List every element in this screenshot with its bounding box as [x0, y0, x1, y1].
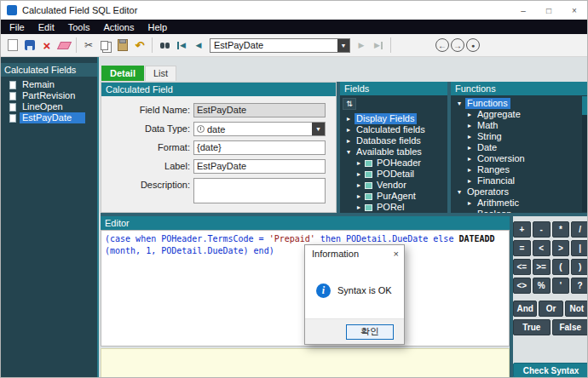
functions-item-financial[interactable]: ▸Financial — [451, 175, 588, 186]
functions-item-arithmetic[interactable]: ▸Arithmetic — [451, 198, 588, 209]
chevron-collapsed-icon[interactable]: ▸ — [345, 137, 352, 145]
dialog-ok-button[interactable]: 확인 — [346, 324, 394, 340]
op-plus-button[interactable]: + — [513, 221, 531, 238]
chevron-expanded-icon[interactable]: ▾ — [456, 100, 463, 107]
label-input[interactable]: EstPayDate — [193, 159, 326, 174]
fields-item-puragent[interactable]: ▸PurAgent — [340, 191, 447, 202]
fields-item-display-fields[interactable]: ▸Display Fields — [340, 113, 447, 124]
format-input[interactable]: {date} — [193, 140, 326, 155]
tab-detail[interactable]: Detail — [101, 66, 144, 81]
minimize-button[interactable]: – — [510, 1, 536, 20]
fields-item-podetail[interactable]: ▸PODetail — [340, 169, 447, 180]
sidebar-item-remain[interactable]: Remain — [1, 79, 97, 90]
op-less-than-button[interactable]: < — [533, 240, 551, 256]
sidebar-item-lineopen[interactable]: LineOpen — [1, 101, 97, 112]
chevron-collapsed-icon[interactable]: ▸ — [345, 115, 352, 123]
chevron-collapsed-icon[interactable]: ▸ — [466, 122, 473, 129]
functions-item-ranges[interactable]: ▸Ranges — [451, 164, 588, 175]
back-icon[interactable] — [435, 38, 449, 52]
find-icon[interactable] — [157, 37, 172, 53]
fields-item-available-tables[interactable]: ▾Available tables — [340, 146, 447, 158]
op-greater-than-button[interactable]: > — [552, 240, 570, 256]
op-or-button[interactable]: Or — [539, 301, 562, 317]
nav-next-icon[interactable] — [354, 37, 369, 53]
op-multiply-button[interactable]: * — [552, 221, 570, 238]
op-divide-button[interactable]: / — [571, 221, 588, 238]
op-false-button[interactable]: False — [552, 319, 588, 335]
paste-icon[interactable] — [115, 37, 130, 53]
vertical-splitter[interactable] — [447, 82, 451, 213]
record-icon[interactable] — [466, 38, 480, 52]
op-true-button[interactable]: True — [513, 319, 551, 335]
menu-item-actions[interactable]: Actions — [96, 22, 141, 32]
chevron-collapsed-icon[interactable]: ▸ — [355, 192, 362, 200]
op-not-equal-button[interactable]: <> — [513, 278, 531, 294]
undo-icon[interactable] — [132, 37, 147, 53]
sidebar-item-estpaydate[interactable]: EstPayDate — [1, 112, 97, 123]
chevron-collapsed-icon[interactable]: ▸ — [466, 177, 473, 185]
op-open-paren-button[interactable]: ( — [552, 259, 570, 275]
fields-item-poheader[interactable]: ▸POHeader — [340, 158, 447, 169]
close-button[interactable]: × — [562, 1, 587, 20]
fields-item-database-fields[interactable]: ▸Database fields — [340, 135, 447, 146]
functions-item-math[interactable]: ▸Math — [451, 120, 588, 131]
chevron-down-icon[interactable]: ▼ — [312, 123, 325, 135]
functions-item-functions[interactable]: ▾Functions — [451, 98, 588, 109]
chevron-collapsed-icon[interactable]: ▸ — [466, 144, 473, 152]
functions-item-aggregate[interactable]: ▸Aggregate — [451, 109, 588, 120]
op-pipe-button[interactable]: | — [571, 240, 588, 256]
az-sort-icon[interactable]: ⇅ — [343, 98, 356, 110]
editor-secondary-area[interactable] — [101, 348, 510, 378]
chevron-collapsed-icon[interactable]: ▸ — [466, 111, 473, 118]
fields-item-porel[interactable]: ▸PORel — [340, 202, 447, 213]
dialog-close-icon[interactable]: × — [394, 249, 399, 259]
chevron-collapsed-icon[interactable]: ▸ — [355, 203, 362, 211]
fields-item-vendor[interactable]: ▸Vendor — [340, 180, 447, 191]
chevron-collapsed-icon[interactable]: ▸ — [345, 126, 352, 134]
functions-item-conversion[interactable]: ▸Conversion — [451, 153, 588, 164]
functions-item-date[interactable]: ▸Date — [451, 142, 588, 153]
chevron-collapsed-icon[interactable]: ▸ — [466, 133, 473, 140]
chevron-expanded-icon[interactable]: ▾ — [456, 188, 463, 196]
vertical-splitter[interactable] — [337, 82, 340, 213]
op-minus-button[interactable]: - — [533, 221, 551, 238]
forward-icon[interactable] — [451, 38, 464, 52]
scrollbar-thumb[interactable] — [582, 96, 588, 115]
field-name-input[interactable]: EstPayDate — [193, 103, 326, 117]
chevron-collapsed-icon[interactable]: ▸ — [466, 199, 473, 207]
clear-icon[interactable] — [56, 37, 72, 53]
functions-item-string[interactable]: ▸String — [451, 131, 588, 142]
check-syntax-button[interactable]: Check Syntax — [513, 363, 588, 378]
sidebar-item-partrevision[interactable]: PartRevision — [1, 90, 97, 101]
chevron-collapsed-icon[interactable]: ▸ — [466, 155, 473, 163]
save-icon[interactable] — [22, 37, 37, 53]
nav-last-icon[interactable] — [371, 37, 386, 53]
op-not-button[interactable]: Not — [565, 301, 588, 317]
op-question-button[interactable]: ? — [571, 278, 588, 294]
chevron-down-icon[interactable]: ▼ — [337, 39, 349, 52]
cut-icon[interactable] — [81, 37, 96, 53]
op-quote-button[interactable]: ' — [552, 278, 570, 294]
data-type-select[interactable]: date▼ — [193, 122, 326, 136]
menu-item-help[interactable]: Help — [141, 22, 174, 32]
op-equals-button[interactable]: = — [513, 240, 531, 256]
chevron-collapsed-icon[interactable]: ▸ — [355, 181, 362, 189]
chevron-collapsed-icon[interactable]: ▸ — [355, 159, 362, 167]
chevron-collapsed-icon[interactable]: ▸ — [466, 166, 473, 174]
nav-prev-icon[interactable] — [191, 37, 206, 53]
description-input[interactable] — [193, 178, 326, 203]
op-percent-button[interactable]: % — [533, 278, 551, 294]
nav-first-icon[interactable] — [174, 37, 189, 53]
chevron-collapsed-icon[interactable]: ▸ — [355, 170, 362, 178]
menu-item-tools[interactable]: Tools — [61, 22, 97, 32]
fields-item-calculated-fields[interactable]: ▸Calculated fields — [340, 124, 447, 135]
op-close-paren-button[interactable]: ) — [571, 259, 588, 275]
delete-icon[interactable] — [39, 37, 55, 53]
copy-icon[interactable] — [98, 37, 113, 53]
op-and-button[interactable]: And — [513, 301, 537, 317]
functions-scrollbar[interactable] — [582, 96, 588, 212]
op-greater-or-equal-button[interactable]: >= — [533, 259, 551, 275]
tab-list[interactable]: List — [145, 66, 176, 81]
functions-item-operators[interactable]: ▾Operators — [451, 186, 588, 198]
record-selector[interactable]: EstPayDate▼ — [210, 38, 350, 53]
